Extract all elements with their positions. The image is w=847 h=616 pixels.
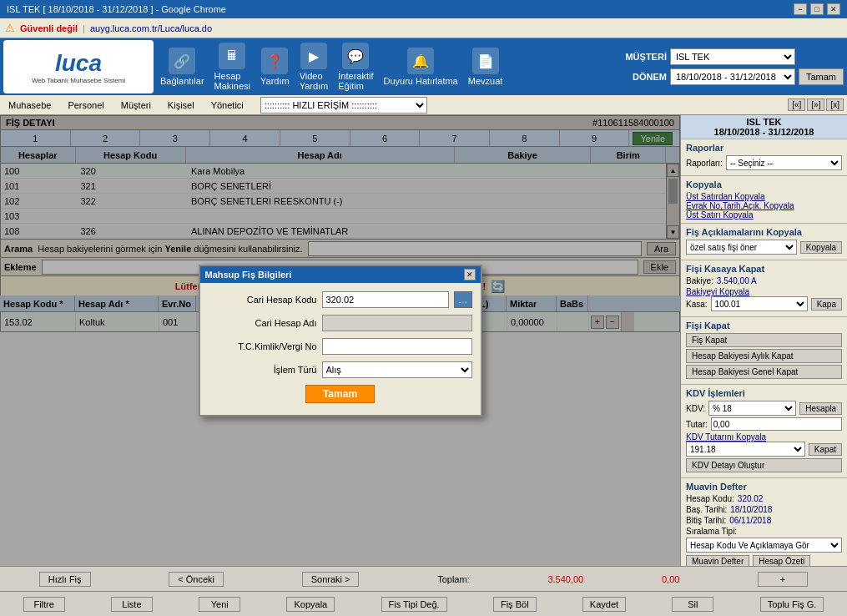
fis-aciklama-title: Fiş Açıklamalarını Kopyala — [686, 227, 842, 237]
tc-kimlik-row: T.C.Kimlik/Vergi No — [209, 338, 472, 355]
donem-select[interactable]: 18/10/2018 - 31/12/2018 — [670, 68, 795, 85]
cari-hesap-adi-input[interactable] — [322, 315, 472, 331]
sil-button[interactable]: Sil — [672, 597, 713, 612]
modal-tamam-button[interactable]: Tamam — [305, 385, 375, 403]
tc-kimlik-input[interactable] — [322, 338, 472, 355]
toplam-label: Toplam: — [437, 574, 470, 584]
kdv-select[interactable]: % 18 — [708, 401, 796, 416]
tc-kimlik-label: T.C.Kimlik/Vergi No — [209, 341, 317, 351]
maximize-button[interactable]: □ — [810, 3, 824, 15]
cari-hesap-kodu-input[interactable] — [322, 291, 449, 308]
kdv-hesapla-btn[interactable]: Hesapla — [799, 402, 842, 415]
fis-aciklama-section: Fiş Açıklamalarını Kopyala özel satış fi… — [681, 224, 847, 260]
musteri-select[interactable]: ISL TEK — [670, 48, 795, 65]
kasa-row: Kasa: 100.01 Kapa — [686, 296, 842, 311]
toolbar-mevzuat[interactable]: 📄 Mevzuat — [468, 48, 503, 86]
toolbar-videoyardim[interactable]: ▶ VideoYardım — [300, 43, 329, 91]
muavin-siralama-select[interactable]: Hesap Kodu Ve Açıklamaya Gör — [686, 538, 842, 553]
toolbar-interaktif[interactable]: 💬 İnteraktifEğitim — [338, 43, 373, 91]
fis-tip-deg-button[interactable]: Fis Tipi Değ. — [381, 597, 447, 612]
hesap-bakiye-aylik-btn[interactable]: Hesap Bakiyesi Aylık Kapat — [686, 349, 842, 363]
menu-kisisel[interactable]: Kişisel — [159, 95, 203, 115]
fis-kasaya-section: Fişi Kasaya Kapat Bakiye: 3.540,00 A Bak… — [681, 260, 847, 317]
kdv-title: KDV İşlemleri — [686, 388, 842, 398]
raporlar-select[interactable]: -- Seçiniz -- — [726, 155, 842, 170]
muavin-bastarihi-label: Baş. Tarihi: — [686, 505, 727, 514]
toolbar-yardim[interactable]: ❓ Yardım — [260, 48, 290, 86]
cari-hesap-adi-label: Cari Hesap Adı — [209, 318, 317, 328]
kapa-button[interactable]: Kapa — [811, 298, 842, 311]
minimize-button[interactable]: − — [794, 3, 807, 15]
modal-close-button[interactable]: ✕ — [464, 269, 476, 280]
kdv-tutar-input[interactable] — [711, 417, 842, 431]
kdv-kapat-btn[interactable]: Kapat — [809, 443, 842, 456]
url-display[interactable]: auyg.luca.com.tr/Luca/luca.do — [90, 23, 212, 33]
kopyala-button[interactable]: Kopyala — [286, 597, 335, 612]
toolbar-duyuru[interactable]: 🔔 Duyuru Hatırlatma — [383, 48, 457, 86]
fis-kapat-title: Fişi Kapat — [686, 321, 842, 331]
kdv-tutar-row: Tutar: — [686, 417, 842, 431]
sonraki-button[interactable]: Sonraki > — [302, 572, 360, 587]
liste-button[interactable]: Liste — [111, 597, 153, 612]
onceki-button[interactable]: < Önceki — [169, 572, 224, 587]
hesap-ozeti-btn[interactable]: Hesap Özeti — [753, 555, 810, 566]
window-controls: − □ ✕ — [794, 3, 840, 15]
plus-button[interactable]: + — [758, 572, 808, 587]
muavin-btns-row: Muavin Defter Hesap Özeti — [686, 555, 842, 566]
hesap-bakiye-genel-btn[interactable]: Hesap Bakiyesi Genel Kapat — [686, 365, 842, 379]
muavin-bitistarihi-label: Bitiş Tarihi: — [686, 516, 726, 525]
kdv-detay-olustur-btn[interactable]: KDV Detayı Oluştur — [686, 458, 842, 472]
filtre-button[interactable]: Filtre — [23, 597, 65, 612]
raporlar-row: Raporları: -- Seçiniz -- — [686, 155, 842, 170]
kasa-select[interactable]: 100.01 — [711, 296, 808, 311]
toolbar-hesapmakinesi[interactable]: 🖩 HesapMakinesi — [214, 43, 250, 91]
raporlar-title: Raporlar — [686, 143, 842, 153]
cari-hesap-kodu-search-button[interactable]: … — [454, 291, 472, 308]
window-title: ISL TEK [ 18/10/2018 - 31/12/2018 ] - Go… — [7, 4, 794, 14]
bakiye-value: 3.540,00 A — [717, 276, 757, 285]
nav-close-button[interactable]: [x] — [826, 98, 844, 111]
kdv-val-select[interactable]: 191.18 391.18 — [686, 442, 805, 457]
donem-range: 18/10/2018 - 31/12/2018 — [684, 127, 844, 137]
nav-forward-button[interactable]: [»] — [807, 98, 824, 111]
toolbar-baglantilar[interactable]: 🔗 Bağlantılar — [160, 48, 204, 86]
fis-aciklama-select[interactable]: özel satış fişi öner — [686, 240, 797, 255]
toplu-fis-button[interactable]: Toplu Fiş G. — [760, 597, 824, 612]
menu-musteri[interactable]: Müşteri — [113, 95, 159, 115]
toplam-borc-value: 3.540,00 — [547, 574, 583, 584]
close-button[interactable]: ✕ — [827, 3, 840, 15]
menu-muhasebe[interactable]: Muhasebe — [0, 95, 59, 115]
islem-turu-select[interactable]: Alış — [322, 361, 472, 378]
musteri-row: MÜŞTERİ ISL TEK — [625, 48, 844, 65]
videoyardim-label: VideoYardım — [300, 71, 329, 91]
hizli-erisim-select[interactable]: :::::::::: HIZLI ERİŞİM :::::::::: — [260, 97, 427, 114]
muavin-hesapkodu-label: Hesap Kodu: — [686, 494, 734, 503]
donem-tamam-button[interactable]: Tamam — [799, 68, 844, 85]
nav-back-button[interactable]: [«] — [788, 98, 805, 111]
evrak-no-kopyala-link[interactable]: Evrak No,Tarih,Açık. Kopyala — [686, 201, 842, 210]
musteri-label: MÜŞTERİ — [625, 52, 667, 62]
ust-satirdan-kopyala-link[interactable]: Üst Satırdan Kopyala — [686, 192, 842, 201]
isl-tek-header: ISL TEK 18/10/2018 - 31/12/2018 — [681, 115, 847, 139]
kdv-tutar-kopyala-link[interactable]: KDV Tutarını Kopyala — [686, 432, 842, 442]
hizli-fis-button[interactable]: Hızlı Fiş — [39, 572, 91, 587]
ust-satiri-kopyala-link[interactable]: Üst Satırı Kopyala — [686, 210, 842, 220]
kasa-label: Kasa: — [686, 300, 708, 309]
fis-kapat-section: Fişi Kapat Fiş Kapat Hesap Bakiyesi Aylı… — [681, 317, 847, 385]
interaktif-label: İnteraktifEğitim — [338, 71, 373, 91]
kaydet-button[interactable]: Kaydet — [582, 597, 626, 612]
muavin-defter-btn[interactable]: Muavin Defter — [686, 555, 749, 566]
fis-bol-button[interactable]: Fiş Böl — [493, 597, 537, 612]
cari-hesap-kodu-label: Cari Hesap Kodu — [209, 295, 317, 305]
fis-kapat-btn[interactable]: Fiş Kapat — [686, 333, 842, 347]
islem-turu-row: İşlem Türü Alış — [209, 361, 472, 378]
yeni-button[interactable]: Yeni — [199, 597, 240, 612]
interaktif-icon: 💬 — [342, 43, 369, 69]
muavin-section: Muavin Defter Hesap Kodu: 320.02 Baş. Ta… — [681, 478, 847, 566]
fis-aciklama-kopyala-btn[interactable]: Kopyala — [800, 241, 842, 254]
modal-title: Mahsup Fiş Bilgileri — [205, 270, 292, 280]
right-sidebar: ISL TEK 18/10/2018 - 31/12/2018 Raporlar… — [680, 115, 847, 566]
menu-yonetici[interactable]: Yönetici — [203, 95, 252, 115]
bakiye-kopyala-link[interactable]: Bakiyeyi Kopyala — [686, 287, 842, 296]
menu-personel[interactable]: Personel — [59, 95, 112, 115]
